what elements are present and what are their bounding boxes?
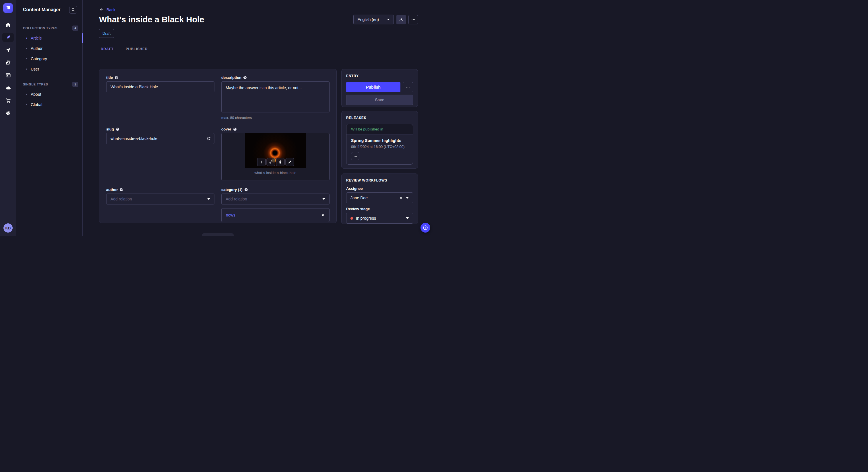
release-card: Will be published in Spring Summer highl… [346, 124, 413, 165]
title-input[interactable] [106, 81, 214, 92]
globe-icon [233, 127, 237, 131]
sidebar-item-category[interactable]: Category [16, 54, 82, 64]
back-link[interactable]: Back [99, 7, 115, 12]
bullet-icon [26, 48, 27, 49]
review-stage-select[interactable]: In progress [346, 213, 413, 224]
copy-link-button[interactable] [267, 158, 275, 166]
sidebar-item-article[interactable]: Article [16, 33, 82, 43]
bullet-icon [26, 69, 27, 70]
help-button[interactable]: ? [421, 223, 430, 233]
category-relation-item: news [221, 208, 330, 222]
chevron-down-icon [406, 197, 409, 199]
review-stage-label: Review stage [346, 207, 413, 211]
status-badge: Draft [99, 29, 114, 38]
stage-status-dot [350, 217, 353, 220]
releases-heading: RELEASES [346, 116, 413, 120]
cover-filename: what-s-inside-a-black-hole [255, 171, 297, 175]
sidebar-item-author[interactable]: Author [16, 43, 82, 54]
images-icon [5, 60, 11, 65]
sidebar-title: Content Manager [23, 7, 61, 12]
delete-media-button[interactable] [276, 158, 284, 166]
tab-published[interactable]: PUBLISHED [124, 47, 150, 55]
nav-media-library[interactable] [2, 58, 14, 67]
category-tag-news[interactable]: news [226, 213, 321, 217]
nav-content-manager[interactable] [2, 33, 14, 42]
publish-button[interactable]: Publish [346, 82, 400, 92]
tab-draft[interactable]: DRAFT [99, 47, 115, 55]
question-mark-icon: ? [423, 225, 428, 231]
strapi-logo[interactable] [3, 3, 13, 13]
sidebar-item-global[interactable]: Global [16, 100, 82, 110]
assignee-value: Jane Doe [350, 196, 396, 200]
save-button[interactable]: Save [346, 95, 413, 105]
more-options-button[interactable] [408, 15, 418, 24]
description-textarea[interactable]: Maybe the answer is in this article, or … [221, 81, 330, 112]
cover-media-card: what-s-inside-a-black-hole [221, 133, 330, 180]
globe-icon [243, 76, 247, 79]
release-status: Will be published in [346, 124, 413, 134]
ellipsis-icon [406, 85, 410, 90]
description-helper: max. 80 characters [221, 116, 330, 120]
field-description: description Maybe the answer is in this … [221, 75, 330, 120]
ellipsis-icon [411, 17, 415, 22]
sidebar-item-label: About [31, 92, 41, 97]
globe-icon [244, 188, 248, 192]
single-types-heading: SINGLE TYPES [23, 82, 48, 86]
nav-marketplace[interactable] [2, 96, 14, 105]
bullet-icon [26, 38, 27, 39]
svg-text:?: ? [425, 226, 426, 229]
download-icon [399, 17, 404, 22]
layout-icon [5, 72, 11, 78]
export-button[interactable] [396, 15, 406, 24]
arrow-left-icon [99, 7, 104, 12]
user-avatar[interactable]: KD [3, 224, 12, 233]
regenerate-slug-icon[interactable] [206, 136, 211, 141]
add-media-button[interactable] [257, 158, 266, 166]
nav-home[interactable] [2, 20, 14, 29]
app-window: KD Content Manager COLLECTION TYPES 4 Ar… [0, 0, 434, 236]
collection-types-count-badge: 4 [72, 26, 79, 31]
category-relation-select[interactable]: Add relation [221, 194, 330, 204]
assignee-select[interactable]: Jane Doe [346, 193, 413, 203]
release-date: 09/11/2024 at 16:00 (UTC+02:00) [351, 145, 408, 149]
edit-media-button[interactable] [285, 158, 294, 166]
slug-input[interactable] [106, 133, 214, 144]
author-relation-select[interactable]: Add relation [106, 194, 214, 204]
nav-settings[interactable] [2, 108, 14, 117]
sidebar-item-label: User [31, 67, 39, 71]
entry-panel: ENTRY Publish Save [341, 69, 418, 107]
cart-icon [5, 98, 11, 103]
field-author: author Add relation [106, 188, 214, 204]
release-more-button[interactable] [351, 152, 360, 160]
search-button[interactable] [69, 6, 77, 14]
version-tabs: DRAFT PUBLISHED [99, 47, 149, 55]
release-name: Spring Summer highlights [351, 138, 408, 143]
nav-deploy[interactable] [2, 45, 14, 55]
sidebar-item-about[interactable]: About [16, 89, 82, 100]
entry-more-button[interactable] [403, 82, 413, 92]
link-icon [269, 160, 273, 164]
locale-select[interactable]: English (en) [353, 14, 394, 24]
remove-relation-icon[interactable] [321, 213, 325, 217]
gear-icon [5, 110, 11, 116]
main-nav-rail: KD [0, 0, 16, 236]
review-workflows-heading: REVIEW WORKFLOWS [346, 178, 413, 182]
globe-icon [116, 127, 119, 131]
stage-value: In progress [356, 216, 403, 221]
nav-content-type-builder[interactable] [2, 71, 14, 80]
header-actions: English (en) [353, 14, 418, 24]
add-component-pill[interactable] [202, 233, 234, 236]
assignee-label: Assignee [346, 187, 413, 191]
plus-icon [259, 160, 263, 164]
clear-assignee-icon[interactable] [399, 196, 403, 200]
field-label-description: description [221, 75, 241, 80]
sidebar-item-label: Global [31, 102, 42, 107]
chevron-down-icon [387, 19, 390, 20]
cover-image[interactable] [245, 133, 306, 168]
single-types-count-badge: 2 [72, 82, 79, 87]
entry-heading: ENTRY [346, 74, 413, 78]
trash-icon [278, 160, 282, 164]
nav-cloud[interactable] [2, 83, 14, 92]
field-label-slug: slug [106, 127, 114, 131]
sidebar-item-user[interactable]: User [16, 64, 82, 74]
